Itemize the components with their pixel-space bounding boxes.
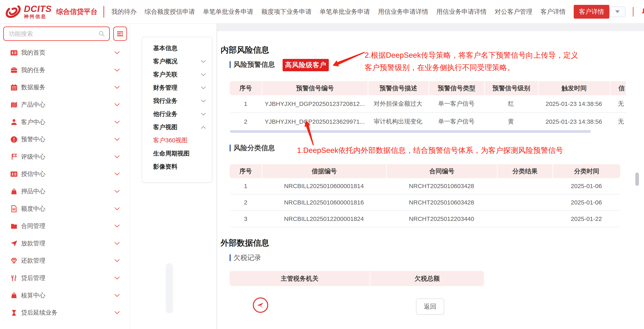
sidebar-item-collateral-center[interactable]: 押品中心 [0,183,130,200]
chevron-down-icon [114,294,120,297]
search-input[interactable] [4,30,98,37]
tab-single-batch-apply-2[interactable]: 单笔单批业务申请 [320,7,370,16]
cell-signal-type: 单一客户信号 [428,113,484,130]
risk-warning-section-label: 风险预警信息 [230,60,275,69]
submenu-item-our-bank-business[interactable]: 我行业务 [142,94,212,107]
sidebar-item-customer-center[interactable]: 客户中心 [0,113,130,131]
chevron-down-icon [201,60,206,63]
cell-signal-level: 红 [484,95,538,112]
flag-icon [10,153,18,161]
vertical-scrollbar-thumb[interactable] [635,173,639,186]
cell-clipped: 无 [610,95,626,112]
sidebar-collapse-button[interactable] [253,298,268,313]
sidebar-item-disbursement-mgmt[interactable]: 放款管理 [0,235,130,252]
sidebar-item-label: 数据服务 [21,83,114,91]
submenu-item-label: 生命周期视图 [153,149,206,158]
sidebar-item-label: 额度中心 [21,205,114,213]
cell-class-time: 2025-01-06 [552,195,620,210]
cell-clipped: 无 [610,113,626,130]
submenu-item-other-bank-business[interactable]: 他行业务 [142,107,212,121]
sidebar-item-label: 合同管理 [21,222,114,230]
sidebar-item-data-services[interactable]: 数据服务 [0,79,130,96]
col-header-contract-no: 合同编号 [386,164,497,178]
sidebar-item-label: 押品中心 [21,187,114,196]
cell-seq: 2 [230,113,262,130]
utensils-icon [10,274,18,282]
submenu-item-customer-view[interactable]: 客户视图 [142,121,212,134]
bag-icon [10,188,18,195]
sidebar-item-post-loan-continuation[interactable]: 贷后延续业务 [0,304,130,322]
submenu-item-image-archives[interactable]: 影像资料 [142,160,212,173]
col-header-trigger-time: 触发时间 [538,81,610,95]
sidebar-item-home[interactable]: 我的首页 [0,44,130,61]
menu-collapse-button[interactable] [113,26,127,41]
sidebar-item-tasks[interactable]: 我的任务 [0,61,130,79]
cell-trigger-time: 2025-01-23 14:38:56 [538,113,610,130]
notifications-button[interactable]: 0 [641,7,644,16]
tab-my-todo[interactable]: 我的待办 [112,7,136,16]
tab-corporate-customer-mgmt[interactable]: 对公客户管理 [495,7,532,16]
cell-class-result [497,211,552,227]
tab-credit-use-detail-2[interactable]: 用信业务申请详情 [436,7,486,16]
sidebar-item-contract-mgmt[interactable]: 合同管理 [0,217,130,235]
tab-credit-use-detail-1[interactable]: 用信业务申请详情 [378,7,428,16]
submenu-item-lifecycle-view[interactable]: 生命周期视图 [142,147,212,160]
sidebar-item-post-loan-mgmt[interactable]: 贷后管理 [0,270,130,287]
sidebar-item-warning-center[interactable]: 预警中心 [0,131,130,148]
chevron-down-icon [114,173,120,176]
table-row: 2 NRCBILL2025010600001816 NRCHT202501060… [230,195,620,211]
briefcase-icon [10,66,18,74]
section-bar [230,145,231,151]
annotation-2-line1: 2.根据DeepSeek传导策略，将客户名下预警信号向上传导，定义 [365,49,578,61]
submenu-scrollbar[interactable] [166,263,173,314]
sidebar-item-quota-center[interactable]: 额度中心 [0,200,130,217]
app-window: DCITS 神州信息 综合信贷平台 我的待办 综合额度授信申请 单笔单批业务申请… [0,0,644,329]
high-risk-customer-badge: 高风险级客户 [282,59,329,71]
table-row: 2 YJBHYJXH_DGP20250123629971... 审计机构出现变化… [230,113,626,130]
topbar-actions: 0 [609,6,644,17]
chevron-down-icon [114,225,120,228]
sidebar-item-product-center[interactable]: 产品中心 [0,96,130,114]
chevron-down-icon [114,259,120,262]
submenu-item-customer-relation[interactable]: 客户关联 [142,68,212,81]
cell-seq: 1 [230,178,262,194]
cell-bill-no: NRCBILL2025012200001824 [262,211,386,227]
cell-contract-no: NRCHT2025012203440 [386,211,497,227]
col-header-seq: 序号 [230,81,262,95]
submenu-item-label-active: 客户360视图 [153,136,206,145]
horizontal-scrollbar-thumb[interactable] [230,130,591,133]
sidebar-item-label: 授信中心 [21,170,114,178]
submenu-item-basic-info[interactable]: 基本信息 [142,42,212,55]
section-title-external-data: 外部数据信息 [220,237,269,248]
product-title: 综合信贷平台 [56,7,98,16]
submenu-item-label: 财务管理 [153,84,201,92]
col-header-tax-owed-total: 欠税总额 [370,271,484,286]
submenu-item-label: 基本信息 [153,44,206,52]
table-header-row: 主管税务机关 欠税总额 [230,271,484,286]
tab-quota-business-apply[interactable]: 额度项下业务申请 [261,7,312,16]
brand-logo: DCITS 神州信息 综合信贷平台 [0,3,112,21]
sidebar-item-rating-center[interactable]: 评级中心 [0,148,130,166]
sidebar-item-accounting-center[interactable]: 核算中心 [0,287,130,304]
submenu-item-customer-360-view[interactable]: 客户360视图 [142,134,212,147]
submenu-item-finance-mgmt[interactable]: 财务管理 [142,81,212,94]
alert-icon [10,136,18,143]
cell-class-result [497,178,552,194]
submenu-item-customer-overview[interactable]: 客户概况 [142,55,212,68]
tab-single-batch-apply-1[interactable]: 单笔单批业务申请 [203,7,253,16]
back-button[interactable]: 返回 [416,299,444,315]
tab-customer-detail-active[interactable]: 客户详情 [574,5,609,19]
sidebar-item-credit-center[interactable]: 授信中心 [0,165,130,183]
col-header-tax-authority: 主管税务机关 [230,271,370,286]
left-sidebar: 我的首页 我的任务 数据服务 产品中心 客户中心 预警中心 评级中心 授信中心 … [0,24,130,329]
cell-signal-no: YJBHYJXH_DGP20250123720812... [262,95,368,112]
cell-class-time: 2025-01-06 [552,178,620,194]
tab-customer-detail[interactable]: 客户详情 [540,7,566,16]
brand-divider [104,6,104,18]
tabs-dropdown-button[interactable] [609,6,626,17]
sidebar-item-repayment-mgmt[interactable]: 还款管理 [0,252,130,270]
tab-comprehensive-credit-apply[interactable]: 综合额度授信申请 [145,7,195,16]
chevron-down-icon [201,113,206,116]
col-header-clipped: 信 [610,81,626,95]
cell-seq: 3 [230,211,262,227]
